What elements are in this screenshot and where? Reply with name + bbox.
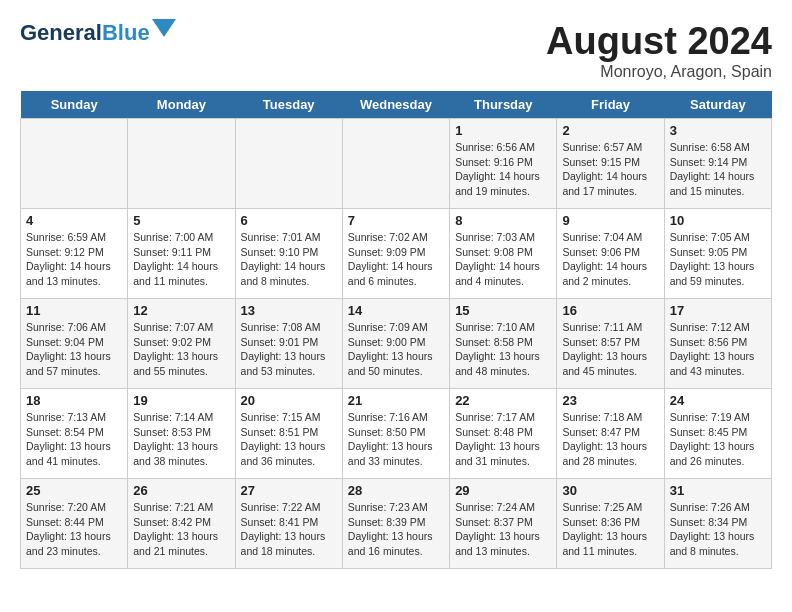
calendar-cell: 22Sunrise: 7:17 AMSunset: 8:48 PMDayligh… (450, 389, 557, 479)
day-info: Sunrise: 7:16 AMSunset: 8:50 PMDaylight:… (348, 410, 444, 469)
day-number: 29 (455, 483, 551, 498)
day-info: Sunrise: 7:03 AMSunset: 9:08 PMDaylight:… (455, 230, 551, 289)
calendar-body: 1Sunrise: 6:56 AMSunset: 9:16 PMDaylight… (21, 119, 772, 569)
day-info: Sunrise: 7:05 AMSunset: 9:05 PMDaylight:… (670, 230, 766, 289)
day-number: 25 (26, 483, 122, 498)
logo: GeneralBlue (20, 20, 176, 46)
title-block: August 2024 Monroyo, Aragon, Spain (546, 20, 772, 81)
day-number: 5 (133, 213, 229, 228)
calendar-cell: 13Sunrise: 7:08 AMSunset: 9:01 PMDayligh… (235, 299, 342, 389)
logo-text-general: GeneralBlue (20, 20, 150, 46)
calendar-cell: 25Sunrise: 7:20 AMSunset: 8:44 PMDayligh… (21, 479, 128, 569)
day-number: 19 (133, 393, 229, 408)
calendar-week-5: 25Sunrise: 7:20 AMSunset: 8:44 PMDayligh… (21, 479, 772, 569)
day-header-thursday: Thursday (450, 91, 557, 119)
calendar-cell: 2Sunrise: 6:57 AMSunset: 9:15 PMDaylight… (557, 119, 664, 209)
day-info: Sunrise: 7:22 AMSunset: 8:41 PMDaylight:… (241, 500, 337, 559)
calendar-cell: 18Sunrise: 7:13 AMSunset: 8:54 PMDayligh… (21, 389, 128, 479)
calendar-cell: 5Sunrise: 7:00 AMSunset: 9:11 PMDaylight… (128, 209, 235, 299)
day-header-friday: Friday (557, 91, 664, 119)
day-info: Sunrise: 7:11 AMSunset: 8:57 PMDaylight:… (562, 320, 658, 379)
calendar-cell: 27Sunrise: 7:22 AMSunset: 8:41 PMDayligh… (235, 479, 342, 569)
day-info: Sunrise: 7:26 AMSunset: 8:34 PMDaylight:… (670, 500, 766, 559)
day-number: 16 (562, 303, 658, 318)
calendar-cell: 14Sunrise: 7:09 AMSunset: 9:00 PMDayligh… (342, 299, 449, 389)
day-number: 10 (670, 213, 766, 228)
calendar-cell: 11Sunrise: 7:06 AMSunset: 9:04 PMDayligh… (21, 299, 128, 389)
day-info: Sunrise: 6:58 AMSunset: 9:14 PMDaylight:… (670, 140, 766, 199)
day-info: Sunrise: 7:19 AMSunset: 8:45 PMDaylight:… (670, 410, 766, 469)
calendar-cell: 6Sunrise: 7:01 AMSunset: 9:10 PMDaylight… (235, 209, 342, 299)
day-info: Sunrise: 6:56 AMSunset: 9:16 PMDaylight:… (455, 140, 551, 199)
day-number: 30 (562, 483, 658, 498)
calendar-cell (21, 119, 128, 209)
day-number: 26 (133, 483, 229, 498)
day-info: Sunrise: 7:01 AMSunset: 9:10 PMDaylight:… (241, 230, 337, 289)
day-number: 6 (241, 213, 337, 228)
day-number: 11 (26, 303, 122, 318)
calendar-cell: 24Sunrise: 7:19 AMSunset: 8:45 PMDayligh… (664, 389, 771, 479)
calendar-cell: 30Sunrise: 7:25 AMSunset: 8:36 PMDayligh… (557, 479, 664, 569)
calendar-cell (342, 119, 449, 209)
calendar-cell: 23Sunrise: 7:18 AMSunset: 8:47 PMDayligh… (557, 389, 664, 479)
calendar-week-2: 4Sunrise: 6:59 AMSunset: 9:12 PMDaylight… (21, 209, 772, 299)
day-info: Sunrise: 7:13 AMSunset: 8:54 PMDaylight:… (26, 410, 122, 469)
calendar-cell: 8Sunrise: 7:03 AMSunset: 9:08 PMDaylight… (450, 209, 557, 299)
day-info: Sunrise: 7:12 AMSunset: 8:56 PMDaylight:… (670, 320, 766, 379)
logo-arrow-icon (152, 19, 176, 43)
day-info: Sunrise: 7:15 AMSunset: 8:51 PMDaylight:… (241, 410, 337, 469)
day-header-tuesday: Tuesday (235, 91, 342, 119)
day-number: 17 (670, 303, 766, 318)
calendar-cell: 28Sunrise: 7:23 AMSunset: 8:39 PMDayligh… (342, 479, 449, 569)
day-info: Sunrise: 7:23 AMSunset: 8:39 PMDaylight:… (348, 500, 444, 559)
calendar-cell: 3Sunrise: 6:58 AMSunset: 9:14 PMDaylight… (664, 119, 771, 209)
day-info: Sunrise: 7:06 AMSunset: 9:04 PMDaylight:… (26, 320, 122, 379)
day-number: 28 (348, 483, 444, 498)
day-info: Sunrise: 7:00 AMSunset: 9:11 PMDaylight:… (133, 230, 229, 289)
calendar-cell: 1Sunrise: 6:56 AMSunset: 9:16 PMDaylight… (450, 119, 557, 209)
calendar-cell: 16Sunrise: 7:11 AMSunset: 8:57 PMDayligh… (557, 299, 664, 389)
day-info: Sunrise: 7:18 AMSunset: 8:47 PMDaylight:… (562, 410, 658, 469)
calendar-cell: 31Sunrise: 7:26 AMSunset: 8:34 PMDayligh… (664, 479, 771, 569)
day-number: 14 (348, 303, 444, 318)
svg-marker-0 (152, 19, 176, 37)
calendar-cell: 26Sunrise: 7:21 AMSunset: 8:42 PMDayligh… (128, 479, 235, 569)
day-info: Sunrise: 7:10 AMSunset: 8:58 PMDaylight:… (455, 320, 551, 379)
day-number: 20 (241, 393, 337, 408)
day-number: 21 (348, 393, 444, 408)
day-info: Sunrise: 7:08 AMSunset: 9:01 PMDaylight:… (241, 320, 337, 379)
day-number: 3 (670, 123, 766, 138)
calendar-cell: 19Sunrise: 7:14 AMSunset: 8:53 PMDayligh… (128, 389, 235, 479)
day-info: Sunrise: 6:57 AMSunset: 9:15 PMDaylight:… (562, 140, 658, 199)
calendar-subtitle: Monroyo, Aragon, Spain (546, 63, 772, 81)
calendar-week-1: 1Sunrise: 6:56 AMSunset: 9:16 PMDaylight… (21, 119, 772, 209)
calendar-cell (128, 119, 235, 209)
calendar-table: SundayMondayTuesdayWednesdayThursdayFrid… (20, 91, 772, 569)
day-info: Sunrise: 7:04 AMSunset: 9:06 PMDaylight:… (562, 230, 658, 289)
day-info: Sunrise: 7:17 AMSunset: 8:48 PMDaylight:… (455, 410, 551, 469)
day-info: Sunrise: 7:02 AMSunset: 9:09 PMDaylight:… (348, 230, 444, 289)
day-number: 24 (670, 393, 766, 408)
day-number: 13 (241, 303, 337, 318)
day-info: Sunrise: 7:07 AMSunset: 9:02 PMDaylight:… (133, 320, 229, 379)
day-number: 8 (455, 213, 551, 228)
logo-icon: GeneralBlue (20, 20, 176, 46)
calendar-cell: 7Sunrise: 7:02 AMSunset: 9:09 PMDaylight… (342, 209, 449, 299)
day-number: 23 (562, 393, 658, 408)
day-number: 2 (562, 123, 658, 138)
calendar-week-4: 18Sunrise: 7:13 AMSunset: 8:54 PMDayligh… (21, 389, 772, 479)
day-number: 18 (26, 393, 122, 408)
day-info: Sunrise: 7:09 AMSunset: 9:00 PMDaylight:… (348, 320, 444, 379)
calendar-cell: 17Sunrise: 7:12 AMSunset: 8:56 PMDayligh… (664, 299, 771, 389)
days-of-week-row: SundayMondayTuesdayWednesdayThursdayFrid… (21, 91, 772, 119)
page-header: GeneralBlue August 2024 Monroyo, Aragon,… (20, 20, 772, 81)
calendar-cell: 9Sunrise: 7:04 AMSunset: 9:06 PMDaylight… (557, 209, 664, 299)
calendar-cell: 15Sunrise: 7:10 AMSunset: 8:58 PMDayligh… (450, 299, 557, 389)
calendar-title: August 2024 (546, 20, 772, 63)
day-info: Sunrise: 7:24 AMSunset: 8:37 PMDaylight:… (455, 500, 551, 559)
day-number: 15 (455, 303, 551, 318)
calendar-week-3: 11Sunrise: 7:06 AMSunset: 9:04 PMDayligh… (21, 299, 772, 389)
calendar-cell (235, 119, 342, 209)
day-number: 1 (455, 123, 551, 138)
day-info: Sunrise: 7:25 AMSunset: 8:36 PMDaylight:… (562, 500, 658, 559)
